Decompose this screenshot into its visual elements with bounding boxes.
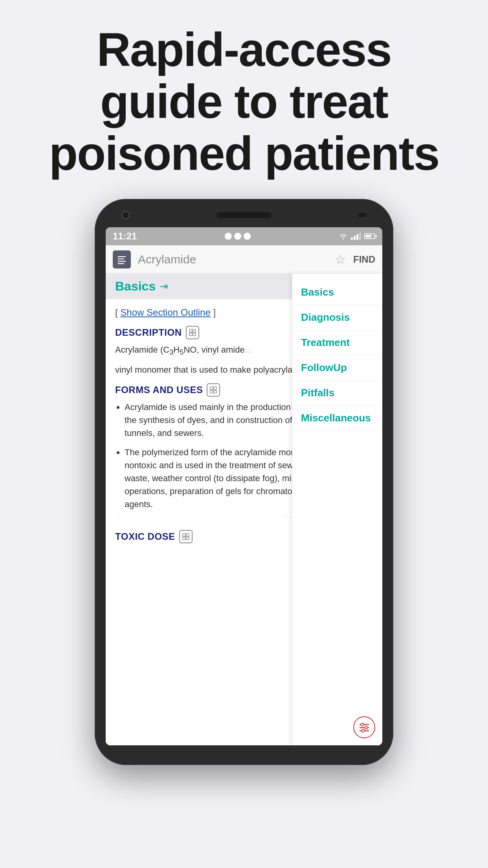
forms-uses-icon[interactable] [207, 383, 220, 397]
svg-rect-2 [118, 261, 126, 261]
svg-rect-3 [118, 263, 124, 264]
status-time: 11:21 [113, 231, 137, 242]
svg-rect-10 [210, 390, 213, 393]
toxic-grid-icon [182, 533, 190, 541]
sliders-icon [358, 721, 370, 733]
data-icon [244, 233, 251, 240]
find-button[interactable]: FIND [353, 254, 375, 265]
phone-mockup: 11:21 [95, 199, 393, 868]
app-nav: Acrylamide ☆ FIND [106, 245, 382, 274]
svg-rect-7 [193, 333, 196, 336]
phone-bottom-bar [106, 745, 382, 753]
svg-rect-0 [118, 256, 126, 257]
status-bar: 11:21 [106, 227, 382, 245]
sidebar-item-treatment[interactable]: Treatment [292, 330, 382, 355]
phone-top-bar [106, 211, 382, 227]
toxic-dose-label: TOXIC DOSE [115, 531, 175, 542]
sensor [358, 213, 367, 217]
svg-rect-6 [189, 333, 192, 336]
fab-settings-button[interactable] [353, 716, 375, 738]
phone-screen: 11:21 [106, 227, 382, 745]
section-sidebar: Basics Diagnosis Treatment FollowUp Pitf… [292, 274, 382, 745]
sim-icon [234, 233, 241, 240]
svg-rect-15 [186, 537, 189, 540]
nav-title: Acrylamide [138, 253, 335, 266]
info-grid-icon [189, 329, 196, 337]
description-icon[interactable] [186, 326, 199, 339]
sidebar-item-basics[interactable]: Basics [292, 280, 382, 305]
camera [121, 211, 130, 219]
location-icon [225, 233, 232, 240]
sidebar-item-pitfalls[interactable]: Pitfalls [292, 381, 382, 406]
toxic-dose-icon[interactable] [179, 530, 193, 543]
phone-outer: 11:21 [95, 199, 393, 765]
sidebar-item-miscellaneous[interactable]: Miscellaneous [292, 406, 382, 431]
description-label: DESCRIPTION [115, 327, 182, 338]
svg-rect-4 [189, 329, 192, 332]
svg-rect-1 [118, 258, 124, 259]
svg-point-21 [362, 730, 365, 732]
hamburger-list-icon [116, 254, 127, 265]
sidebar-item-followup[interactable]: FollowUp [292, 355, 382, 381]
speaker [216, 212, 272, 218]
wifi-icon [338, 233, 348, 240]
outline-prefix: [ [115, 307, 120, 318]
svg-rect-5 [193, 329, 196, 332]
svg-rect-12 [183, 533, 185, 536]
favorite-star-icon[interactable]: ☆ [335, 252, 346, 267]
forms-uses-label: FORMS AND USES [115, 384, 203, 395]
svg-rect-14 [183, 537, 185, 540]
battery-fill [366, 235, 371, 237]
svg-point-17 [361, 723, 364, 726]
svg-rect-8 [210, 387, 213, 390]
svg-rect-11 [214, 390, 216, 393]
content-area: Basics ⇥ [ Show Section Outline ] DESCRI… [106, 274, 382, 745]
outline-suffix: ] [211, 307, 216, 318]
status-right [338, 233, 375, 240]
basics-arrow-icon: ⇥ [160, 280, 168, 292]
show-outline-link[interactable]: Show Section Outline [120, 307, 210, 318]
basics-title: Basics [115, 279, 156, 294]
svg-rect-13 [186, 533, 189, 536]
status-icons-left [225, 233, 251, 240]
svg-rect-9 [214, 387, 216, 390]
hero-title: Rapid-access guide to treat poisoned pat… [31, 24, 457, 179]
signal-bars [351, 233, 361, 240]
svg-point-19 [365, 726, 368, 729]
grid-icon [209, 386, 217, 394]
battery-icon [364, 234, 375, 239]
hero-section: Rapid-access guide to treat poisoned pat… [0, 0, 488, 199]
menu-icon[interactable] [113, 250, 131, 268]
sidebar-item-diagnosis[interactable]: Diagnosis [292, 305, 382, 330]
